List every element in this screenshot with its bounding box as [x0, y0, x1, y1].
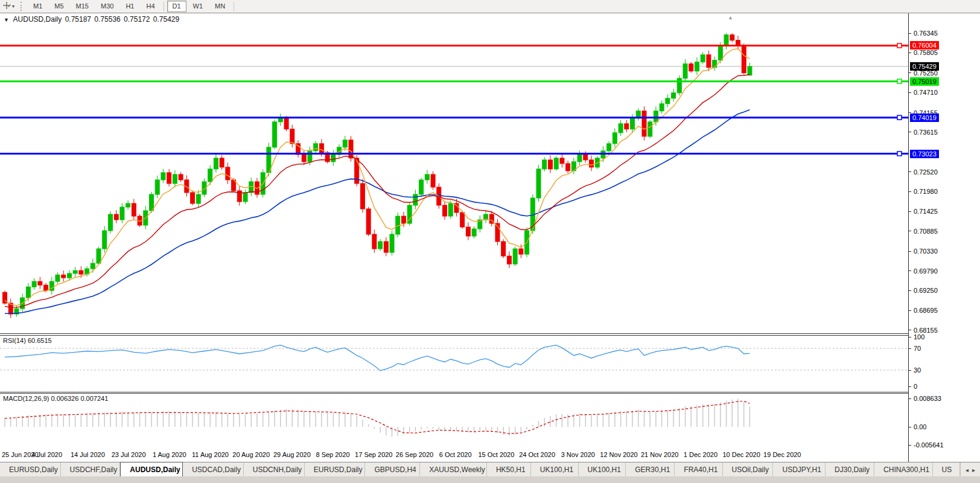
chart-tab-usdcnh-daily[interactable]: USDCNH,Daily [244, 462, 305, 477]
tab-scrollers: ◂▸ [960, 462, 980, 477]
date-axis-label: 3 Nov 2020 [561, 451, 595, 458]
timeframe-button-m15[interactable]: M15 [71, 1, 94, 12]
candle [114, 210, 118, 223]
chart-tab-xauusd-weekly[interactable]: XAUUSD,Weekly [420, 462, 487, 477]
date-axis-label: 20 Aug 2020 [232, 451, 270, 458]
candle [607, 141, 611, 153]
chart-tabbar: EURUSD,DailyUSDCHF,DailyAUDUSD,DailyUSDC… [0, 462, 980, 477]
price-axis-label: 0.73615 [914, 129, 938, 136]
chart-tab-usoil-daily[interactable]: USOil,Daily [723, 462, 774, 477]
timeframe-button-m1[interactable]: M1 [28, 1, 48, 12]
bar-close: 0.75429 [153, 15, 179, 24]
draw-tool-button[interactable]: ▾ [0, 1, 17, 13]
tab-scroll-right-icon[interactable]: ▸ [972, 467, 975, 473]
rsi-label: RSI(14) 60.6515 [3, 337, 52, 344]
axis-tick [909, 33, 911, 34]
candle [484, 211, 488, 223]
chart-tab-ger30-h1[interactable]: GER30,H1 [626, 462, 675, 477]
chart-tab-eurusd-daily[interactable]: EURUSD,Daily [305, 462, 366, 477]
candle [126, 200, 130, 210]
axis-tick [909, 53, 911, 53]
candle [179, 172, 183, 182]
chart-tab-usdchf-daily[interactable]: USDCHF,Daily [61, 462, 121, 477]
candle [32, 278, 36, 290]
candle [372, 229, 377, 252]
chart-tab-eurusd-daily[interactable]: EURUSD,Daily [0, 462, 61, 477]
rsi-chart[interactable] [0, 336, 908, 392]
timeframe-button-m30[interactable]: M30 [95, 1, 119, 12]
price-pane[interactable]: ▼ AUDUSD,Daily 0.75187 0.75536 0.75172 0… [0, 13, 908, 333]
chart-tab-uk100-h1[interactable]: UK100,H1 [579, 462, 626, 477]
timeframe-button-mn[interactable]: MN [209, 1, 231, 12]
candle [243, 190, 247, 204]
date-axis-label: 15 Oct 2020 [478, 451, 514, 458]
chart-tab-fra40-h1[interactable]: FRA40,H1 [675, 462, 722, 477]
chart-shift-marker-icon[interactable]: ▲ [728, 14, 733, 21]
level-line-handle[interactable] [897, 79, 902, 83]
candle [390, 231, 394, 255]
axis-tick [909, 270, 911, 271]
chart-area[interactable]: ▼ AUDUSD,Daily 0.75187 0.75536 0.75172 0… [0, 13, 980, 462]
macd-label: MACD(12,26,9) 0.006326 0.007241 [3, 395, 108, 402]
candle [191, 190, 195, 205]
candle [407, 203, 412, 226]
date-axis-label: 12 Nov 2020 [600, 451, 637, 458]
chart-tab-dj30-daily[interactable]: DJ30,Daily [826, 462, 874, 477]
candle [220, 155, 224, 170]
candle [8, 299, 13, 318]
level-line-handle[interactable] [897, 115, 902, 120]
candle [625, 120, 629, 132]
candle [273, 120, 277, 149]
rsi-line [5, 345, 749, 371]
timeframe-button-h4[interactable]: H4 [141, 1, 160, 12]
price-axis-label: 0.70330 [914, 248, 938, 255]
candle [713, 57, 717, 71]
timeframe-button-w1[interactable]: W1 [188, 1, 209, 12]
candle [296, 140, 301, 158]
chart-tab-us[interactable]: US [933, 462, 960, 477]
timeframe-button-m5[interactable]: M5 [49, 1, 69, 12]
chart-tab-audusd-daily[interactable]: AUDUSD,Daily [120, 462, 183, 477]
chart-tab-hk50-h1[interactable]: HK50,H1 [487, 462, 531, 477]
candle [495, 219, 500, 246]
candle [331, 150, 336, 165]
toolbar-separator [234, 2, 234, 11]
chart-tab-usdjpy-h1[interactable]: USDJPY,H1 [773, 462, 826, 477]
macd-pane[interactable]: MACD(12,26,9) 0.006326 0.007241 [0, 394, 908, 448]
candle [560, 153, 564, 167]
level-price-badge: 0.76004 [910, 41, 939, 50]
candle [701, 52, 705, 64]
macd-chart[interactable] [0, 394, 908, 448]
tab-scroll-left-icon[interactable]: ◂ [966, 467, 969, 473]
chart-tab-china300-h1[interactable]: CHINA300,H1 [874, 462, 933, 477]
candle [38, 277, 42, 289]
bar-high: 0.75536 [94, 15, 120, 24]
rsi-pane[interactable]: RSI(14) 60.6515 [0, 336, 908, 392]
date-axis-label: 21 Nov 2020 [641, 451, 678, 458]
date-axis-label: 24 Oct 2020 [519, 451, 555, 458]
chart-tab-uk100-h1[interactable]: UK100,H1 [531, 462, 579, 477]
candle [742, 43, 746, 75]
candle [384, 237, 388, 256]
candle [56, 272, 60, 283]
candle [695, 57, 699, 75]
candle [349, 136, 353, 161]
axis-tick [909, 132, 911, 132]
price-axis-label: 0.69250 [914, 287, 938, 294]
level-line-handle[interactable] [897, 43, 902, 48]
candle [278, 114, 282, 126]
candle [689, 62, 693, 73]
candle [396, 213, 400, 237]
candle [132, 199, 136, 220]
candle [155, 176, 159, 198]
candle [472, 226, 476, 238]
candle [683, 59, 687, 82]
chart-tab-usdcad-daily[interactable]: USDCAD,Daily [183, 462, 244, 477]
timeframe-button-d1[interactable]: D1 [167, 1, 186, 12]
candlestick-chart[interactable] [0, 13, 908, 333]
level-line-handle[interactable] [897, 152, 902, 156]
chart-tab-gbpusd-h4[interactable]: GBPUSD,H4 [365, 462, 420, 477]
candle [360, 179, 364, 213]
candle [677, 75, 681, 96]
timeframe-button-h1[interactable]: H1 [120, 1, 139, 12]
